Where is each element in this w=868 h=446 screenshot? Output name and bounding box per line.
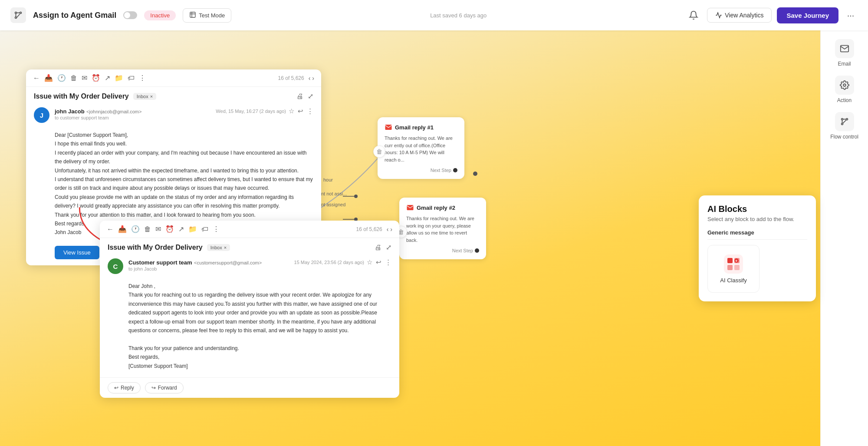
next-icon[interactable]: ›: [312, 75, 314, 82]
prev-icon[interactable]: ‹: [309, 75, 311, 82]
svg-line-19: [843, 120, 846, 123]
svg-point-1: [20, 12, 22, 14]
sender-avatar-2: C: [108, 258, 123, 274]
snooze-icon[interactable]: 🕐: [57, 74, 66, 82]
folder-icon-2[interactable]: 📁: [188, 225, 197, 233]
right-sidebar: Email Action Flow control: [820, 30, 868, 446]
more-icon-2b[interactable]: ⋮: [385, 258, 391, 266]
back-icon[interactable]: ←: [33, 74, 40, 82]
archive-icon[interactable]: 📥: [44, 74, 53, 82]
label-icon[interactable]: 🏷: [128, 74, 135, 82]
svg-text:+: +: [735, 259, 737, 263]
toggle-dot[interactable]: [123, 11, 137, 19]
page-title: Assign to Agent Gmail: [33, 11, 116, 20]
more-options-icon[interactable]: ···: [844, 8, 858, 22]
reply2-title: Gmail reply #2: [406, 204, 479, 211]
reply2-footer: Next Step: [406, 248, 479, 253]
save-journey-button[interactable]: Save Journey: [777, 7, 838, 23]
ai-blocks-subtitle: Select any block to add to the flow.: [707, 216, 807, 222]
email-actions-1: ☆ ↩ ⋮: [289, 107, 313, 115]
delete-icon[interactable]: 🗑: [70, 74, 77, 82]
status-toggle[interactable]: [123, 11, 137, 19]
test-mode-button[interactable]: Test Mode: [183, 8, 231, 23]
sidebar-item-action[interactable]: Action: [835, 76, 854, 103]
test-mode-label: Test Mode: [199, 12, 225, 19]
inbox-close-icon[interactable]: ×: [150, 94, 153, 99]
flow-control-sidebar-icon: [835, 112, 854, 131]
action-sidebar-icon: [835, 76, 854, 95]
reply1-title-text: Gmail reply #1: [395, 124, 434, 131]
star-icon-1[interactable]: ☆: [289, 107, 294, 115]
more-icon-2[interactable]: ⋮: [213, 225, 220, 233]
schedule-icon[interactable]: ⏰: [92, 74, 100, 82]
move-icon[interactable]: ↗: [105, 74, 110, 82]
email-sidebar-label: Email: [838, 61, 851, 67]
flow-icon[interactable]: [10, 7, 26, 23]
email-to-1: to customer support team: [55, 115, 210, 120]
move-icon-2[interactable]: ↗: [178, 225, 184, 233]
archive-icon-2[interactable]: 📥: [118, 225, 127, 233]
forward-button[interactable]: ↪ Forward: [145, 382, 184, 393]
email-sidebar-icon: [835, 39, 854, 58]
email-card-2: ← 📥 🕐 🗑 ✉ ⏰ ↗ 📁 🏷 ⋮ 16 of 5,626 ‹ › Issu…: [100, 221, 399, 398]
top-bar-actions: View Analytics Save Journey ···: [685, 7, 858, 23]
prev-icon-2[interactable]: ‹: [387, 226, 389, 233]
label-icon-2[interactable]: 🏷: [201, 225, 208, 233]
folder-icon[interactable]: 📁: [115, 74, 123, 82]
ai-classify-block[interactable]: + AI Classify: [707, 245, 760, 293]
email-to-2: to john Jacob: [128, 266, 289, 271]
reply-button[interactable]: ↩ Reply: [108, 382, 141, 393]
toolbar-nav-2: ‹ ›: [387, 226, 392, 233]
schedule-icon-2[interactable]: ⏰: [165, 225, 174, 233]
reply-icon-2[interactable]: ↩: [376, 258, 381, 266]
print-icon[interactable]: 🖨: [296, 93, 303, 100]
star-icon-2[interactable]: ☆: [367, 258, 372, 266]
snooze-icon-2[interactable]: 🕐: [131, 225, 140, 233]
inbox-close-icon-2[interactable]: ×: [224, 245, 227, 250]
test-mode-icon: [189, 11, 196, 20]
sidebar-item-flow-control[interactable]: Flow control: [830, 112, 858, 140]
more-icon-1[interactable]: ⋮: [139, 74, 146, 82]
assigned-label: nt assigned: [321, 202, 345, 207]
email-icon-2[interactable]: ✉: [155, 225, 161, 233]
gmail-reply-1-node[interactable]: Gmail reply #1 Thanks for reaching out. …: [378, 117, 464, 179]
view-analytics-button[interactable]: View Analytics: [707, 8, 772, 23]
more-icon-1b[interactable]: ⋮: [307, 107, 313, 115]
notifications-icon[interactable]: [685, 7, 702, 23]
svg-point-14: [841, 119, 843, 120]
expand-icon[interactable]: ⤢: [308, 92, 313, 100]
sender-name-2: Customer support team: [128, 259, 192, 266]
sidebar-item-email[interactable]: Email: [835, 39, 854, 67]
reply-icon-1[interactable]: ↩: [298, 107, 303, 115]
delete-icon-2[interactable]: 🗑: [144, 225, 151, 233]
print-icon-2[interactable]: 🖨: [375, 244, 381, 251]
action-sidebar-label: Action: [837, 97, 852, 103]
saved-text: Last saved 6 days ago: [238, 12, 678, 19]
sender-name-1: john Jacob: [55, 108, 85, 115]
email-subject-bar-2: Issue with My Order Delivery Inbox × 🖨 ⤢: [100, 238, 399, 254]
back-icon-2[interactable]: ←: [107, 225, 114, 233]
view-issue-button[interactable]: View Issue: [55, 246, 99, 259]
reply2-dot: [475, 248, 479, 253]
email-body-2: Dear John , Thank you for reaching out t…: [100, 278, 399, 377]
sender-email-2: <customersupport@gmail.com>: [194, 260, 262, 265]
svg-rect-23: [734, 265, 740, 270]
email-footer-2: ↩ Reply ↪ Forward: [100, 377, 399, 398]
delete-reply1[interactable]: 🗑: [373, 145, 385, 158]
email-subject-bar-1: Issue with My Order Delivery Inbox × 🖨 ⤢: [26, 87, 321, 103]
forward-arrow-icon: ↪: [151, 385, 156, 391]
expand-icon-2[interactable]: ⤢: [386, 243, 391, 251]
email-timestamp-1: Wed, 15 May, 16:27 (2 days ago) ☆ ↩ ⋮: [216, 107, 313, 115]
reply2-title-text: Gmail reply #2: [417, 205, 455, 211]
svg-point-2: [15, 17, 17, 19]
svg-point-15: [846, 119, 848, 120]
gmail-reply-2-node[interactable]: Gmail reply #2 Thanks for reaching out. …: [399, 198, 486, 259]
inbox-badge-2: Inbox ×: [207, 244, 230, 251]
next-icon-2[interactable]: ›: [390, 226, 392, 233]
svg-point-7: [354, 195, 358, 198]
flow-canvas: ✉ Gmail Received 🗑 hour nt not assi... n…: [0, 30, 868, 446]
email-icon[interactable]: ✉: [82, 74, 87, 82]
ai-classify-label: AI Classify: [720, 277, 746, 284]
reply1-body: Thanks for reaching out. We are curr ent…: [385, 135, 457, 163]
toolbar-nav-1: ‹ ›: [309, 75, 314, 82]
